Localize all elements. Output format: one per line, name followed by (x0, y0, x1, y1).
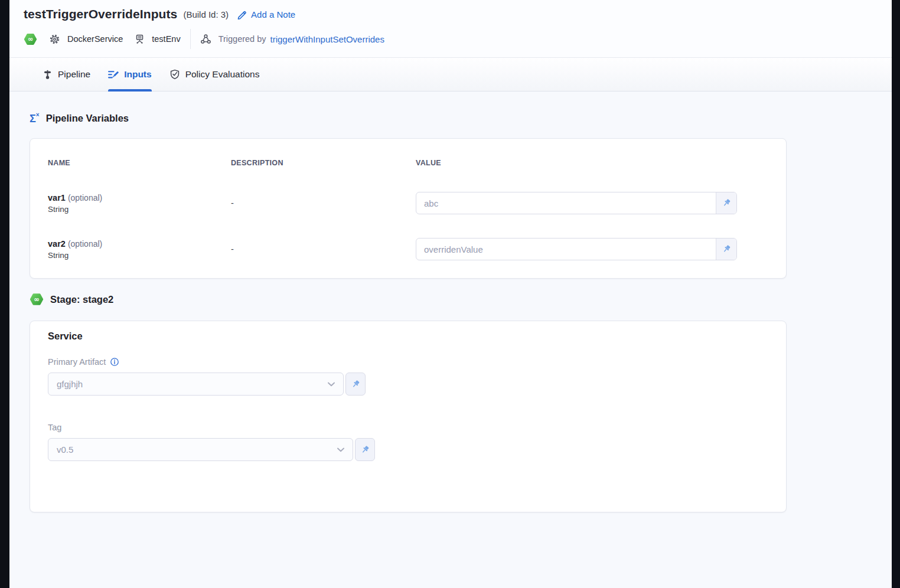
pin-icon (722, 244, 731, 254)
inputs-edit-icon (108, 70, 119, 80)
pencil-icon (237, 9, 247, 19)
execution-page: testTriggerOverrideInputs (Build Id: 3) … (9, 0, 892, 588)
column-description: DESCRIPTION (231, 159, 416, 167)
tab-pipeline[interactable]: Pipeline (43, 58, 90, 91)
variable-name: var2 (48, 239, 66, 249)
primary-artifact-value: gfgjhjh (57, 379, 328, 389)
var1-pin-button[interactable] (716, 192, 736, 214)
page-title: testTriggerOverrideInputs (24, 7, 177, 21)
tag-label: Tag (48, 423, 61, 432)
info-icon[interactable] (110, 357, 119, 367)
primary-artifact-pin-button[interactable] (345, 373, 366, 396)
shield-check-icon (169, 69, 180, 80)
trigger-webhook-icon (200, 34, 211, 45)
harness-pipeline-icon (24, 32, 37, 46)
pipeline-variables-card: NAME DESCRIPTION VALUE var1 (optional) S… (30, 138, 787, 279)
environment-icon (135, 34, 145, 44)
tag-pin-button[interactable] (355, 438, 375, 461)
variable-optional-tag: (optional) (68, 193, 102, 202)
variable-name: var1 (48, 193, 66, 202)
chevron-down-icon (328, 382, 335, 387)
tab-bar: Pipeline Inputs Policy (9, 57, 892, 92)
primary-artifact-select[interactable]: gfgjhjh (48, 373, 344, 396)
table-row-var1: var1 (optional) String - (48, 192, 768, 214)
service-card: Service Primary Artifact gfgjhjh (30, 321, 787, 512)
pin-icon (360, 445, 370, 455)
pin-icon (351, 380, 360, 389)
add-note-button[interactable]: Add a Note (237, 9, 295, 19)
variable-description: - (231, 244, 416, 254)
service-card-title: Service (48, 331, 768, 342)
tab-policy-evaluations-label: Policy Evaluations (185, 69, 260, 80)
environment-name: testEnv (152, 34, 180, 44)
add-note-label: Add a Note (251, 9, 295, 19)
variable-type: String (48, 205, 231, 214)
chevron-down-icon (337, 447, 344, 452)
divider (190, 29, 191, 49)
build-id: (Build Id: 3) (183, 9, 229, 19)
table-row-var2: var2 (optional) String - (48, 238, 768, 260)
tab-pipeline-label: Pipeline (58, 69, 90, 80)
var1-value-group (416, 192, 737, 214)
tab-inputs-label: Inputs (124, 69, 152, 80)
inputs-tab-content: Σ× Pipeline Variables NAME DESCRIPTION V… (9, 92, 892, 588)
variables-table-header: NAME DESCRIPTION VALUE (48, 159, 768, 167)
column-name: NAME (48, 159, 231, 167)
primary-artifact-label: Primary Artifact (48, 357, 106, 367)
var1-value-input[interactable] (416, 192, 716, 214)
pipeline-variables-icon: Σ× (30, 113, 40, 124)
var2-pin-button[interactable] (716, 239, 736, 260)
column-value: VALUE (416, 159, 768, 167)
tab-inputs[interactable]: Inputs (108, 58, 152, 91)
tag-value: v0.5 (57, 445, 337, 455)
gear-icon (49, 34, 60, 45)
service-name: DockerService (67, 34, 123, 44)
variable-optional-tag: (optional) (68, 239, 102, 249)
stage-icon (30, 292, 44, 306)
var2-value-group (416, 238, 737, 260)
var2-value-input[interactable] (416, 239, 716, 260)
variable-type: String (48, 251, 231, 260)
trigger-link[interactable]: triggerWithInputSetOverrides (270, 34, 384, 44)
triggered-by-label: Triggered by (219, 34, 266, 44)
pin-icon (722, 198, 731, 208)
variable-description: - (231, 198, 416, 208)
pipeline-variables-title: Pipeline Variables (46, 113, 129, 124)
pipeline-icon (43, 70, 53, 80)
stage-title: Stage: stage2 (50, 294, 113, 305)
tab-policy-evaluations[interactable]: Policy Evaluations (169, 58, 260, 91)
tag-select[interactable]: v0.5 (48, 438, 353, 461)
execution-header: testTriggerOverrideInputs (Build Id: 3) … (9, 0, 892, 57)
